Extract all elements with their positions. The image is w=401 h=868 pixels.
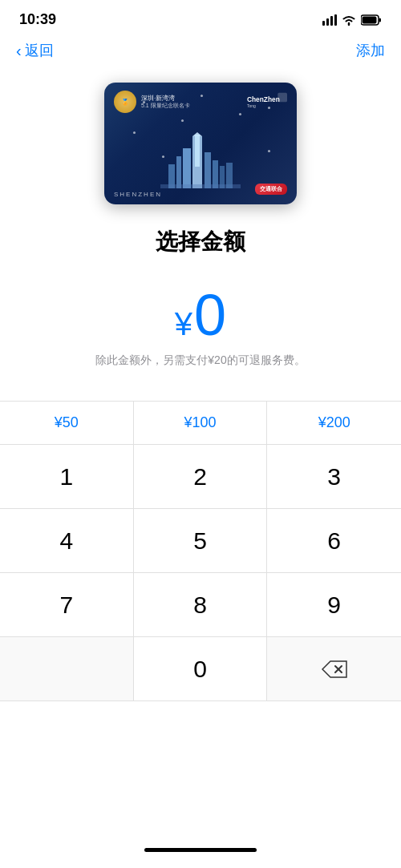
svg-rect-9 bbox=[277, 93, 287, 103]
key-2[interactable]: 2 bbox=[134, 445, 268, 509]
amount-value: 0 bbox=[194, 286, 226, 344]
svg-rect-3 bbox=[334, 14, 337, 26]
status-time: 10:39 bbox=[19, 11, 56, 28]
quick-amounts: ¥50 ¥100 ¥200 bbox=[0, 402, 401, 445]
svg-rect-17 bbox=[213, 160, 218, 188]
quick-amount-50[interactable]: ¥50 bbox=[0, 402, 134, 444]
back-button[interactable]: ‹ 返回 bbox=[16, 41, 54, 60]
key-6[interactable]: 6 bbox=[267, 509, 401, 573]
card-transit-badge: 交通联合 bbox=[255, 184, 287, 195]
svg-text:ChenZhen: ChenZhen bbox=[247, 95, 280, 103]
svg-text:Tong: Tong bbox=[247, 103, 256, 108]
svg-rect-1 bbox=[326, 18, 329, 26]
card-transit-label: 交通联合 bbox=[260, 185, 282, 193]
key-3[interactable]: 3 bbox=[267, 445, 401, 509]
svg-rect-20 bbox=[160, 184, 241, 188]
delete-icon bbox=[322, 660, 347, 678]
card-container: 🏅 深圳·新湾湾 5.1 限量纪念联名卡 ChenZhen Tong bbox=[0, 70, 401, 220]
svg-rect-2 bbox=[330, 16, 333, 26]
add-button[interactable]: 添加 bbox=[356, 41, 385, 60]
city-skyline-icon bbox=[160, 132, 241, 188]
svg-rect-6 bbox=[363, 16, 377, 23]
svg-rect-12 bbox=[183, 148, 191, 188]
home-indicator bbox=[0, 838, 401, 868]
amount-display: ¥ 0 bbox=[0, 270, 401, 352]
back-label: 返回 bbox=[25, 41, 54, 60]
amount-currency: ¥ bbox=[175, 306, 192, 342]
keypad-container: ¥50 ¥100 ¥200 1 2 3 4 5 6 7 8 9 0 bbox=[0, 401, 401, 838]
signal-icon bbox=[322, 14, 337, 26]
wifi-icon bbox=[342, 14, 356, 26]
card-event-text: 深圳·新湾湾 5.1 限量纪念联名卡 bbox=[141, 95, 190, 109]
status-icons bbox=[322, 14, 382, 26]
nav-bar: ‹ 返回 添加 bbox=[0, 34, 401, 70]
quick-amount-200[interactable]: ¥200 bbox=[267, 402, 401, 444]
card-logo-left: 🏅 深圳·新湾湾 5.1 限量纪念联名卡 bbox=[114, 91, 190, 113]
back-chevron-icon: ‹ bbox=[16, 42, 22, 60]
svg-rect-15 bbox=[195, 135, 200, 167]
page-title: 选择金额 bbox=[0, 220, 401, 270]
key-7[interactable]: 7 bbox=[0, 573, 134, 637]
battery-icon bbox=[361, 14, 382, 26]
status-bar: 10:39 bbox=[0, 0, 401, 34]
keypad: 1 2 3 4 5 6 7 8 9 0 bbox=[0, 445, 401, 701]
home-bar bbox=[144, 848, 257, 852]
key-1[interactable]: 1 bbox=[0, 445, 134, 509]
phone-frame: 10:39 ‹ 返回 bbox=[0, 0, 401, 868]
card-logo-circle: 🏅 bbox=[114, 91, 136, 113]
key-4[interactable]: 4 bbox=[0, 509, 134, 573]
key-delete[interactable] bbox=[267, 637, 401, 701]
key-5[interactable]: 5 bbox=[134, 509, 268, 573]
svg-rect-16 bbox=[205, 152, 211, 188]
svg-rect-0 bbox=[322, 21, 325, 26]
svg-rect-11 bbox=[176, 156, 181, 188]
card-logo-right: ChenZhen Tong bbox=[247, 91, 287, 111]
key-0[interactable]: 0 bbox=[134, 637, 268, 701]
quick-amount-100[interactable]: ¥100 bbox=[134, 402, 268, 444]
card-shenzhen-text: SHENZHEN bbox=[114, 191, 162, 198]
key-empty bbox=[0, 637, 134, 701]
service-note: 除此金额外，另需支付¥20的可退服务费。 bbox=[0, 352, 401, 401]
svg-rect-5 bbox=[379, 18, 382, 22]
transit-card: 🏅 深圳·新湾湾 5.1 限量纪念联名卡 ChenZhen Tong bbox=[104, 83, 297, 204]
key-8[interactable]: 8 bbox=[134, 573, 268, 637]
key-9[interactable]: 9 bbox=[267, 573, 401, 637]
